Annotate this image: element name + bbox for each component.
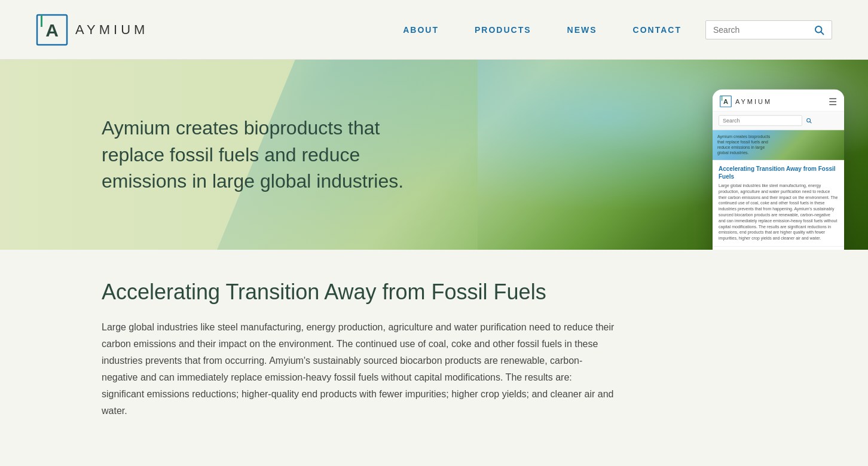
mobile-main-content: Accelerating Transition Away from Fossil… xyxy=(713,160,844,246)
hero-section: Aymium creates bioproducts that replace … xyxy=(0,60,868,250)
mobile-menu-icon[interactable]: ☰ xyxy=(829,96,837,107)
mobile-search-input[interactable] xyxy=(719,115,802,126)
svg-line-4 xyxy=(821,32,823,34)
hero-content: Aymium creates bioproducts that replace … xyxy=(0,115,418,195)
svg-text:A: A xyxy=(723,98,728,105)
mobile-section-body: Large global industries like steel manuf… xyxy=(719,183,838,241)
main-section-body: Large global industries like steel manuf… xyxy=(102,319,616,419)
mobile-section-title: Accelerating Transition Away from Fossil… xyxy=(719,165,838,180)
mobile-search-icon xyxy=(806,118,812,124)
site-header: A AYMIUM ABOUT PRODUCTS NEWS CONTACT xyxy=(0,0,868,60)
nav-products[interactable]: PRODUCTS xyxy=(475,25,531,35)
search-input[interactable] xyxy=(713,25,809,35)
search-box xyxy=(705,20,832,39)
nav-about[interactable]: ABOUT xyxy=(403,25,439,35)
mobile-logo-text: AYMIUM xyxy=(735,98,772,105)
svg-rect-1 xyxy=(41,15,42,27)
nav-news[interactable]: NEWS xyxy=(567,25,597,35)
mobile-logo: A AYMIUM xyxy=(720,96,772,108)
search-icon xyxy=(814,24,824,35)
mobile-mockup: A AYMIUM ☰ Aymium creates bioproductstha… xyxy=(713,90,844,250)
svg-line-9 xyxy=(810,122,811,123)
nav-contact[interactable]: CONTACT xyxy=(633,25,681,35)
logo-text: AYMIUM xyxy=(75,22,148,38)
svg-text:A: A xyxy=(45,20,59,40)
mobile-search-bar xyxy=(713,112,844,130)
logo-icon: A xyxy=(36,14,68,46)
mobile-about-card[interactable]: About Aymium More about Aymium's mission… xyxy=(713,246,844,250)
mobile-header: A AYMIUM ☰ xyxy=(713,90,844,112)
hero-headline: Aymium creates bioproducts that replace … xyxy=(102,115,418,195)
main-section-title: Accelerating Transition Away from Fossil… xyxy=(102,280,616,305)
main-content: Accelerating Transition Away from Fossil… xyxy=(0,250,717,443)
mobile-hero-text: Aymium creates bioproductsthat replace f… xyxy=(717,134,770,155)
svg-rect-6 xyxy=(722,96,722,101)
logo-link[interactable]: A AYMIUM xyxy=(36,14,148,46)
main-nav: ABOUT PRODUCTS NEWS CONTACT xyxy=(403,25,681,35)
mobile-hero-image: Aymium creates bioproductsthat replace f… xyxy=(713,130,844,160)
